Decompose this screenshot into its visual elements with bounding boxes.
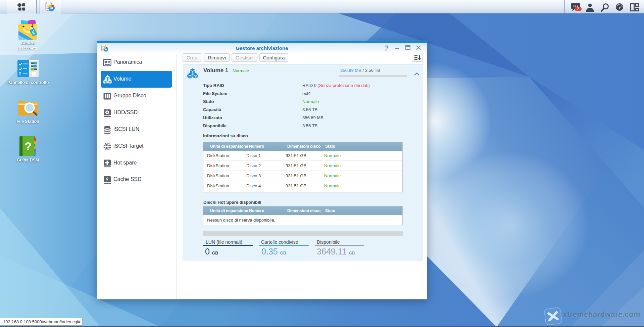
svg-text:?: ? — [25, 140, 32, 152]
